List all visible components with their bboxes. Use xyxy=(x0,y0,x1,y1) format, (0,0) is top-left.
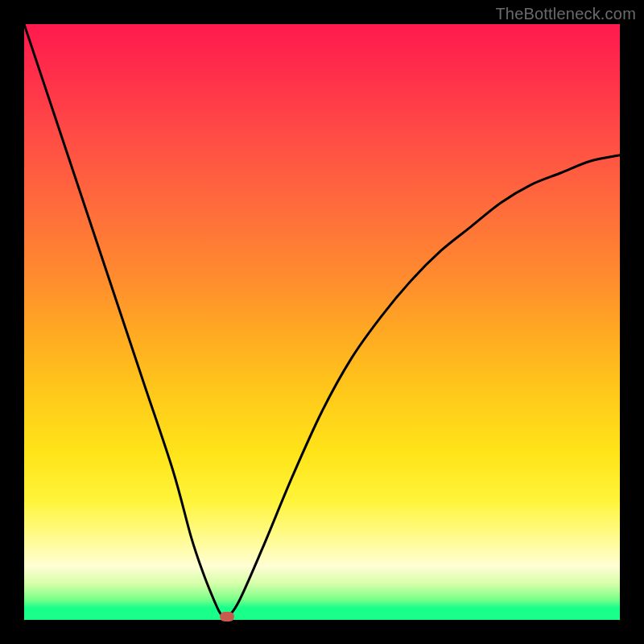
bottleneck-curve xyxy=(24,24,620,620)
optimal-point-marker xyxy=(220,612,234,621)
chart-frame: TheBottleneck.com xyxy=(0,0,644,644)
plot-area xyxy=(24,24,620,620)
curve-path xyxy=(24,24,620,617)
watermark-text: TheBottleneck.com xyxy=(495,5,636,23)
